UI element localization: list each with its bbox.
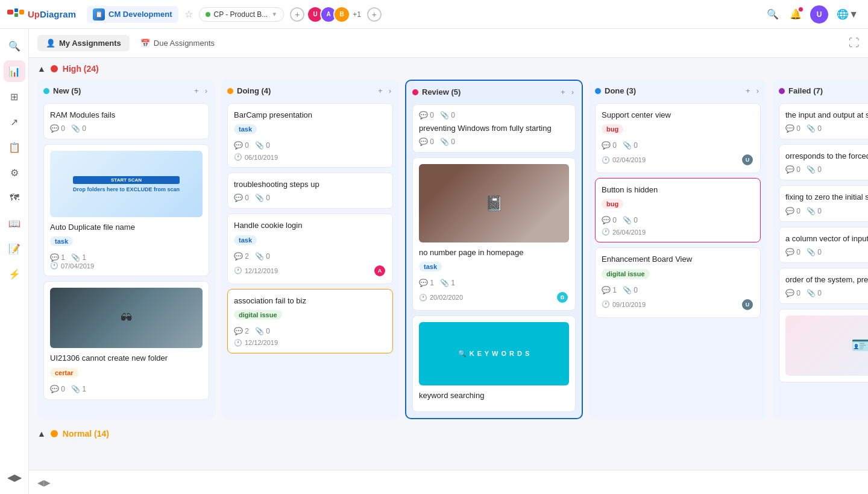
attachment-count: 📎 0 [71,124,86,133]
card-image-desk: 📓 [419,164,569,242]
card-enhancement-board[interactable]: Enhancement Board View digital issue 💬 1… [595,247,761,317]
sidebar-collapse-button[interactable]: ◀▶ [37,478,51,487]
comment-count: 💬 0 [785,289,800,297]
column-add-btn-doing[interactable]: + [376,86,385,96]
card-tag: task [50,236,73,246]
card-title: the input and output at sampling instant… [785,110,868,121]
column-failed: Failed (7) + › the input and output at s… [773,80,868,419]
column-title-failed: Failed (7) [788,86,823,95]
attachment-count: 📎 0 [807,165,822,174]
expand-button[interactable]: ⛶ [849,37,860,49]
card-ui21306[interactable]: 🕶 UI21306 cannot create new folder certa… [43,281,209,399]
comment-count: 💬 0 [419,111,434,119]
card-meta: 💬 0 📎 0 [234,141,386,150]
card-title: no number page in homepage [419,247,569,258]
card-fixing-zero[interactable]: fixing to zero the initial state conditi… [779,185,868,221]
card-footer-bottom: 🕐 20/02/2020 B [419,291,569,304]
attachment-count: 📎 0 [807,124,822,133]
app-logo[interactable]: UpDiagram [7,8,76,21]
card-assignee: A [373,264,386,277]
attachment-count: 📎 0 [440,138,455,146]
card-date: 🕐 12/12/2019 [234,339,386,347]
card-preventing-windows[interactable]: 💬 0 📎 0 preventing Windows from fully st… [412,104,576,153]
column-more-btn-done[interactable]: › [755,86,761,96]
tab-my-assignments[interactable]: 👤 My Assignments [37,35,130,51]
attachment-count: 📎 0 [807,207,822,215]
card-meta: 💬 0 📎 0 [602,141,754,150]
star-button[interactable]: ☆ [184,8,193,20]
sidebar-icon-share[interactable]: ↗ [4,111,25,133]
user-avatar[interactable]: U [810,5,828,24]
card-forced-response[interactable]: orresponds to the forced response 💬 0 📎 … [779,144,868,180]
attachment-count: 📎 0 [255,327,270,335]
add-member-button[interactable]: + [367,7,382,22]
column-more-btn-doing[interactable]: › [387,86,393,96]
card-barcamp[interactable]: BarCamp presentation task 💬 0 📎 0 🕐 06/1… [227,103,393,168]
sidebar-icon-board[interactable]: 📊 [4,60,25,82]
sidebar-icon-settings[interactable]: ⚙ [4,162,25,183]
attachment-count: 📎 0 [255,194,270,202]
clock-icon: 🕐 [234,153,242,161]
card-no-number-page[interactable]: 📓 no number page in homepage task 💬 1 📎 … [412,157,576,311]
card-ram-modules[interactable]: RAM Modules fails 💬 0 📎 0 [43,103,209,139]
column-more-btn-review[interactable]: › [570,87,576,97]
column-add-btn-new[interactable]: + [192,86,201,96]
sidebar-icon-map[interactable]: 🗺 [4,187,25,209]
column-dot-doing [227,88,233,94]
column-add-btn-done[interactable]: + [744,86,752,96]
column-review: Review (5) + › 💬 0 📎 0 preventing [405,80,583,419]
priority-section-high: ▲ High (24) New (5) + › [37,64,860,419]
card-meta: 💬 0 📎 0 [785,165,868,174]
search-button[interactable]: 🔍 [764,6,781,22]
column-add-btn-review[interactable]: + [559,87,567,97]
add-board-button[interactable]: + [290,7,304,22]
card-tag: bug [602,124,623,134]
card-association[interactable]: association fail to biz digital issue 💬 … [227,289,393,353]
product-badge[interactable]: CP - Product B... ▼ [199,7,285,22]
card-meta: 💬 0 📎 0 [785,248,868,256]
column-more-btn-new[interactable]: › [203,86,209,96]
column-header-new: New (5) + › [43,86,209,96]
priority-section-normal: ▲ Normal (14) [37,429,860,439]
card-handle-cookie[interactable]: Handle cookie login task 💬 2 📎 0 🕐 12/12… [227,214,393,283]
priority-header-normal[interactable]: ▲ Normal (14) [37,429,860,439]
card-button-hidden[interactable]: Button is hidden bug 💬 0 📎 0 🕐 26/04/201… [595,178,761,242]
sidebar-icon-collapse[interactable]: ◀▶ [4,466,25,488]
project-tab[interactable]: 📋 CM Development [87,6,178,23]
tab-due-assignments[interactable]: 📅 Due Assignments [132,35,223,51]
priority-dot-high [51,65,58,72]
svg-rect-1 [14,8,18,12]
bottom-bar: ◀▶ [29,470,868,494]
language-button[interactable]: 🌐▼ [834,6,861,22]
sidebar-icon-note[interactable]: 📝 [4,238,25,259]
sidebar-icon-grid[interactable]: ⊞ [4,86,25,107]
card-column-vector[interactable]: a column vector of input and output 💬 0 … [779,227,868,263]
calendar-icon: 📅 [140,39,150,48]
card-title: troubleshooting steps up [234,179,386,190]
comment-count: 💬 0 [785,248,800,256]
sidebar-icon-lightning[interactable]: ⚡ [4,263,25,285]
card-auto-duplicate[interactable]: START SCAN Drop folders here to EXCLUDE … [43,144,209,276]
card-id-card[interactable]: 🪪 [779,309,868,382]
priority-header-high[interactable]: ▲ High (24) [37,64,860,74]
card-keyword-searching[interactable]: 🔍 K E Y W O R D S keyword searching [412,315,576,411]
card-input-output[interactable]: the input and output at sampling instant… [779,103,868,139]
card-order-system[interactable]: order of the system, presence of delay t… [779,268,868,304]
card-title: association fail to biz [234,296,386,306]
column-header-done: Done (3) + › [595,86,761,96]
card-tag: certar [50,368,78,378]
sidebar-icon-book[interactable]: 📖 [4,212,25,234]
card-meta: 💬 1 📎 1 [419,279,455,287]
card-support-center[interactable]: Support center view bug 💬 0 📎 0 🕐 02/04/… [595,103,761,173]
card-tag: digital issue [234,310,282,320]
card-troubleshooting[interactable]: troubleshooting steps up 💬 0 📎 0 [227,173,393,209]
avatar: B [333,6,350,23]
sidebar-icon-search[interactable]: 🔍 [4,35,25,57]
card-title: Support center view [602,110,754,121]
notification-button[interactable]: 🔔 [787,6,804,22]
top-navigation: UpDiagram 📋 CM Development ☆ CP - Produc… [0,0,868,29]
attachment-count: 📎 0 [807,289,822,297]
sidebar-icon-chart[interactable]: 📋 [4,136,25,158]
priority-label-high: High (24) [63,64,99,74]
column-header-failed: Failed (7) + › [779,86,868,96]
